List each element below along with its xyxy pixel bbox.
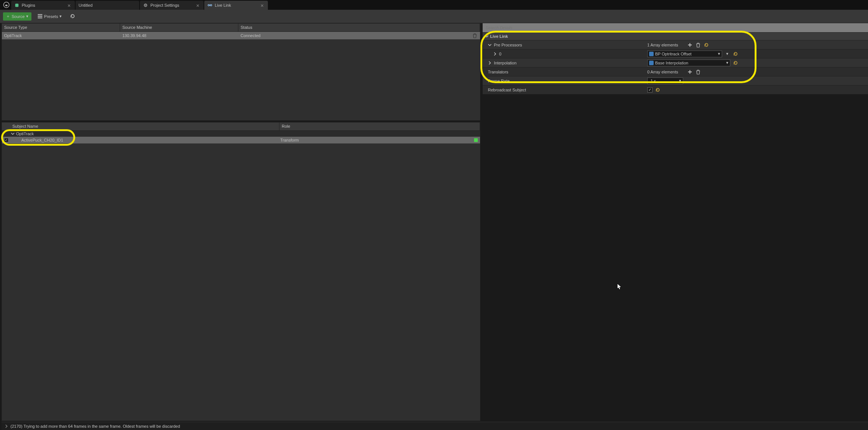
button-label: Presets bbox=[44, 14, 58, 19]
tab-label: Plugins bbox=[22, 3, 35, 7]
plus-icon: ＋ bbox=[6, 13, 10, 19]
reset-icon[interactable] bbox=[655, 87, 661, 93]
subject-name: ActivePuck_CH20_ID1 bbox=[9, 138, 278, 142]
chevron-down-icon: ▾ bbox=[679, 78, 681, 83]
link-icon bbox=[207, 3, 213, 8]
prop-label[interactable]: 0 bbox=[483, 52, 647, 56]
col-source-machine[interactable]: Source Machine bbox=[120, 24, 238, 31]
prop-pre-processors: Pre Processors 1 Array elements bbox=[483, 40, 868, 49]
tab-bar: Plugins ✕ Untitled Project Settings ✕ Li… bbox=[0, 0, 868, 10]
refresh-button[interactable] bbox=[68, 12, 77, 21]
add-element-button[interactable] bbox=[687, 69, 693, 75]
blueprint-icon bbox=[649, 52, 654, 56]
status-indicator bbox=[474, 138, 478, 142]
frame-rate-combo[interactable]: -1 s ▾ bbox=[647, 78, 683, 84]
tab-label: Project Settings bbox=[150, 3, 179, 7]
caret-down-icon bbox=[485, 34, 489, 38]
combo-value: -1 s bbox=[649, 79, 656, 83]
left-column: Source Type Source Machine Status OptiTr… bbox=[1, 23, 480, 421]
toolbar: ＋ Source ▾ Presets ▾ bbox=[0, 10, 868, 23]
trash-icon[interactable] bbox=[695, 42, 701, 48]
col-subject-name[interactable]: Subject Name bbox=[2, 122, 279, 130]
svg-rect-9 bbox=[38, 17, 42, 18]
preprocessor-combo[interactable]: BP Optritrack Offset ▾ bbox=[647, 51, 722, 57]
status-text: (2170) Trying to add more than 64 frames… bbox=[10, 424, 180, 429]
presets-button[interactable]: Presets ▾ bbox=[35, 12, 64, 21]
cell-source-type: OptiTrack bbox=[2, 33, 120, 38]
col-source-type[interactable]: Source Type bbox=[2, 24, 120, 31]
sources-panel: Source Type Source Machine Status OptiTr… bbox=[1, 23, 480, 121]
trash-icon[interactable] bbox=[472, 33, 478, 39]
col-role[interactable]: Role bbox=[279, 122, 480, 130]
svg-rect-8 bbox=[38, 16, 42, 17]
close-icon[interactable]: ✕ bbox=[260, 3, 264, 7]
close-icon[interactable]: ✕ bbox=[196, 3, 200, 7]
prop-pre-processor-0: 0 BP Optritrack Offset ▾ ▾ bbox=[483, 49, 868, 58]
prop-label: Rebroadcast Subject bbox=[483, 88, 647, 92]
tab-label: Live Link bbox=[215, 3, 231, 7]
add-element-button[interactable] bbox=[687, 42, 693, 48]
svg-rect-1 bbox=[15, 4, 19, 7]
svg-rect-7 bbox=[38, 14, 42, 15]
section-live-link[interactable]: Live Link bbox=[483, 32, 868, 40]
trash-icon[interactable] bbox=[695, 69, 701, 75]
details-search[interactable] bbox=[483, 23, 868, 32]
group-label: OptiTrack bbox=[16, 131, 34, 136]
rebroadcast-checkbox[interactable] bbox=[647, 87, 652, 93]
combo-value: BP Optritrack Offset bbox=[655, 52, 691, 56]
prop-frame-rate: Frame Rate -1 s ▾ bbox=[483, 76, 868, 85]
details-panel: Live Link Pre Processors 1 Array element… bbox=[483, 23, 868, 421]
caret-down-icon bbox=[488, 43, 492, 47]
caret-right-icon bbox=[488, 61, 492, 65]
cell-source-machine: 130.39.94.48 bbox=[120, 33, 238, 38]
add-source-button[interactable]: ＋ Source ▾ bbox=[3, 12, 31, 21]
reset-icon[interactable] bbox=[733, 60, 739, 66]
prop-interpolation: Interpolation Base Interpolation ▾ bbox=[483, 58, 868, 67]
details-body: Live Link Pre Processors 1 Array element… bbox=[483, 32, 868, 94]
chevron-down-icon: ▾ bbox=[726, 60, 728, 65]
svg-point-3 bbox=[145, 5, 146, 6]
reset-icon[interactable] bbox=[703, 42, 709, 48]
prop-label[interactable]: Interpolation bbox=[483, 61, 647, 65]
chevron-down-icon: ▾ bbox=[59, 14, 62, 19]
tab-live-link[interactable]: Live Link ✕ bbox=[204, 1, 268, 10]
close-icon[interactable]: ✕ bbox=[67, 3, 71, 7]
prop-rebroadcast: Rebroadcast Subject bbox=[483, 85, 868, 94]
subject-row[interactable]: ActivePuck_CH20_ID1 Transform bbox=[2, 137, 480, 143]
refresh-icon bbox=[70, 13, 75, 19]
prop-label[interactable]: Pre Processors bbox=[483, 43, 647, 47]
main-area: Source Type Source Machine Status OptiTr… bbox=[1, 23, 868, 421]
search-input[interactable] bbox=[486, 25, 865, 30]
prop-translators: Translators 0 Array elements bbox=[483, 67, 868, 76]
interpolation-combo[interactable]: Base Interpolation ▾ bbox=[647, 60, 730, 66]
tab-label: Untitled bbox=[79, 3, 92, 7]
col-status[interactable]: Status bbox=[238, 24, 480, 31]
prop-label: Frame Rate bbox=[483, 79, 647, 83]
array-count: 0 Array elements bbox=[647, 70, 685, 74]
reset-icon[interactable] bbox=[733, 51, 739, 57]
chevron-down-icon: ▾ bbox=[26, 14, 28, 19]
array-count: 1 Array elements bbox=[647, 43, 685, 47]
caret-down-icon bbox=[11, 132, 15, 136]
tab-plugins[interactable]: Plugins ✕ bbox=[11, 1, 75, 10]
tab-project-settings[interactable]: Project Settings ✕ bbox=[140, 1, 204, 10]
prop-label[interactable]: Translators bbox=[483, 70, 647, 74]
tab-untitled[interactable]: Untitled bbox=[76, 1, 139, 10]
cell-status: Connected bbox=[238, 33, 263, 38]
source-row[interactable]: OptiTrack 130.39.94.48 Connected bbox=[2, 32, 480, 39]
caret-right-icon[interactable] bbox=[4, 424, 8, 428]
button-label: Source bbox=[12, 14, 25, 19]
subjects-body: OptiTrack ActivePuck_CH20_ID1 Transform bbox=[2, 131, 480, 421]
subjects-header-row: Subject Name Role bbox=[2, 122, 480, 131]
plugin-icon bbox=[14, 3, 19, 8]
sources-body: OptiTrack 130.39.94.48 Connected bbox=[2, 32, 480, 120]
element-menu-button[interactable]: ▾ bbox=[724, 51, 730, 57]
unreal-logo-icon bbox=[1, 0, 11, 10]
sources-header-row: Source Type Source Machine Status bbox=[2, 24, 480, 32]
status-bar: (2170) Trying to add more than 64 frames… bbox=[1, 422, 868, 430]
subject-group-row[interactable]: OptiTrack bbox=[2, 131, 480, 137]
caret-right-icon bbox=[493, 52, 497, 56]
preset-icon bbox=[37, 13, 43, 19]
subject-checkbox[interactable] bbox=[4, 138, 9, 142]
combo-value: Base Interpolation bbox=[655, 61, 688, 65]
